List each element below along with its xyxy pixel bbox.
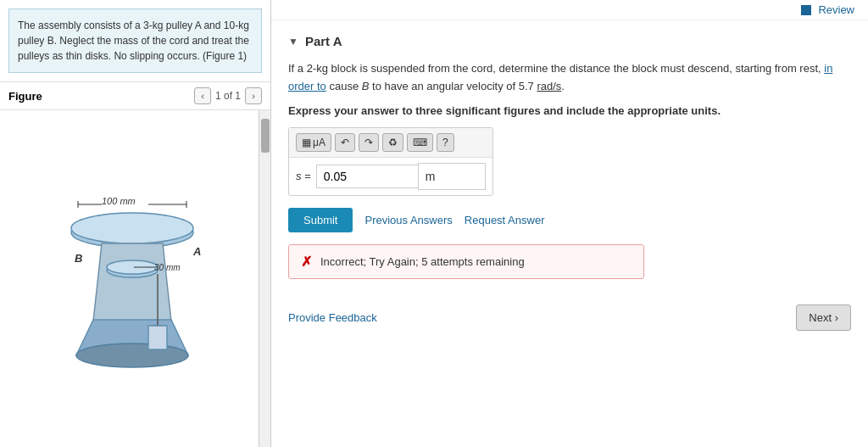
figure-prev-button[interactable]: ‹	[194, 87, 211, 104]
review-bar: Review	[271, 0, 868, 20]
collapse-arrow-icon: ▼	[288, 36, 298, 47]
svg-point-6	[71, 213, 193, 243]
error-icon: ✗	[301, 254, 312, 270]
figure-scrollbar[interactable]	[259, 110, 270, 447]
figure-nav: ‹ 1 of 1 ›	[194, 87, 262, 104]
keyboard-button[interactable]: ⌨	[407, 133, 433, 152]
scroll-thumb	[261, 119, 270, 153]
svg-text:30 mm: 30 mm	[154, 263, 181, 272]
math-toolbar-container: ▦ μA ↶ ↷ ♻ ⌨ ? s =	[288, 127, 493, 196]
help-icon: ?	[442, 137, 448, 148]
answer-unit: m	[418, 163, 486, 190]
undo-button[interactable]: ↶	[335, 133, 355, 152]
matrix-button[interactable]: ▦ μA	[296, 133, 331, 152]
part-label: Part A	[305, 34, 342, 48]
action-row: Submit Previous Answers Request Answer	[288, 208, 851, 232]
figure-next-button[interactable]: ›	[245, 87, 262, 104]
math-toolbar: ▦ μA ↶ ↷ ♻ ⌨ ?	[289, 128, 492, 158]
review-label: Review	[818, 3, 854, 16]
pulley-figure-svg: 100 mm B 30 mm A	[17, 186, 254, 372]
answer-input[interactable]	[316, 165, 418, 188]
next-button[interactable]: Next ›	[796, 305, 851, 331]
previous-answers-link[interactable]: Previous Answers	[364, 214, 452, 226]
figure-title: Figure	[8, 90, 42, 103]
error-box: ✗ Incorrect; Try Again; 5 attempts remai…	[288, 244, 644, 279]
question-text: If a 2-kg block is suspended from the co…	[288, 60, 851, 96]
help-button[interactable]: ?	[437, 133, 454, 152]
right-panel: Review ▼ Part A If a 2-kg block is suspe…	[271, 0, 868, 447]
matrix-label: μA	[313, 137, 326, 148]
redo-icon: ↷	[364, 137, 373, 148]
refresh-icon: ♻	[388, 137, 398, 148]
svg-rect-16	[148, 326, 167, 349]
svg-text:B: B	[75, 252, 82, 265]
left-panel: The assembly consists of a 3-kg pulley A…	[0, 0, 271, 447]
answer-label: s =	[296, 170, 311, 182]
refresh-button[interactable]: ♻	[382, 133, 403, 152]
submit-button[interactable]: Submit	[288, 208, 353, 232]
request-answer-link[interactable]: Request Answer	[465, 214, 545, 226]
answer-row: s = m	[289, 158, 492, 195]
main-content: ▼ Part A If a 2-kg block is suspended fr…	[271, 20, 868, 447]
svg-point-13	[76, 344, 188, 367]
svg-text:100 mm: 100 mm	[102, 196, 136, 206]
error-text: Incorrect; Try Again; 5 attempts remaini…	[320, 255, 525, 268]
matrix-icon: ▦	[302, 137, 311, 148]
problem-text: The assembly consists of a 3-kg pulley A…	[8, 8, 262, 73]
figure-header: Figure ‹ 1 of 1 ›	[0, 81, 270, 109]
figure-area: 100 mm B 30 mm A	[0, 109, 270, 447]
figure-page: 1 of 1	[215, 90, 241, 102]
redo-button[interactable]: ↷	[359, 133, 379, 152]
keyboard-icon: ⌨	[413, 137, 427, 148]
svg-text:A: A	[192, 245, 201, 258]
undo-icon: ↶	[341, 137, 349, 148]
review-icon	[801, 5, 811, 15]
bottom-row: Provide Feedback Next ›	[288, 296, 851, 339]
review-link[interactable]: Review	[801, 3, 854, 16]
problem-text-content: The assembly consists of a 3-kg pulley A…	[18, 20, 249, 62]
feedback-link[interactable]: Provide Feedback	[288, 311, 377, 324]
express-text: Express your answer to three significant…	[288, 104, 851, 117]
part-header[interactable]: ▼ Part A	[288, 34, 851, 48]
